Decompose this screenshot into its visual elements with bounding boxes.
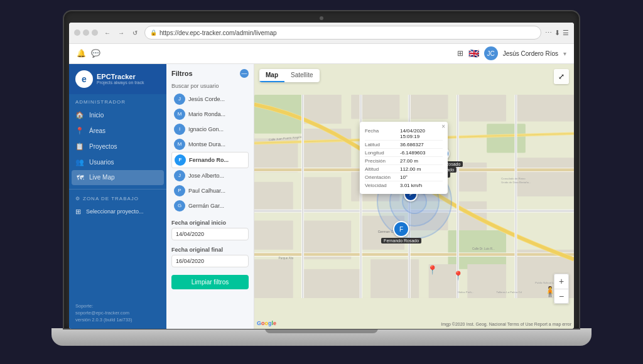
user-avatar-3: M — [174, 139, 185, 150]
sidebar-item-inicio[interactable]: 🏠 Inicio — [69, 107, 166, 123]
date-end-input[interactable]: 16/04/2020 — [171, 255, 249, 267]
laptop-camera — [320, 16, 323, 20]
user-item-5[interactable]: J Jose Alberto... — [171, 168, 249, 183]
user-list: J Jesús Corde... M Mario Ronda... I Igna… — [171, 92, 249, 213]
back-button[interactable]: ← — [102, 27, 113, 38]
date-start-input[interactable]: 14/04/2020 — [171, 228, 249, 240]
tooltip-key-prec: Precisión — [365, 158, 397, 164]
map-fullscreen-button[interactable]: ⤢ — [554, 69, 569, 84]
version-label: versión 2.0.3 (build 1ai733) — [75, 316, 160, 323]
user-avatar-1: M — [174, 109, 185, 120]
user-name: Jesús Cordero Ríos — [503, 50, 558, 57]
user-name-4: Fernando Ro... — [189, 157, 229, 163]
tooltip-row-lat: Latitud 36.686327 — [365, 141, 443, 149]
bell-icon[interactable]: 🔔 — [77, 49, 86, 58]
zona-label: ⚙ ZONA DE TRABAJO — [69, 193, 166, 204]
user-item-4[interactable]: F Fernando Ro... — [171, 152, 249, 168]
clear-filters-button[interactable]: Limpiar filtros — [171, 275, 249, 289]
browser-nav: ← → ↺ — [102, 27, 141, 38]
app-body: e EPCTracker Projects always on track AD… — [69, 64, 574, 329]
laptop-shell: ← → ↺ 🔒 https://dev.epc-tracker.com/admi… — [51, 11, 592, 353]
zoom-out-button[interactable]: − — [554, 289, 569, 304]
tab-satellite[interactable]: Satellite — [284, 69, 320, 82]
support-email: soporte@epc-tracker.com — [75, 309, 160, 316]
zoom-controls: + − — [554, 274, 569, 304]
zoom-in-button[interactable]: + — [554, 274, 569, 289]
marker-fernando-main[interactable]: F Fernando Rosado — [381, 221, 421, 244]
tooltip-val-lat: 36.686327 — [400, 142, 424, 147]
google-logo: Google — [257, 320, 276, 326]
tooltip-val-alt: 112.00 m — [400, 166, 421, 172]
browser-actions: ⋯ ⬇ ☰ — [545, 29, 569, 37]
sidebar-item-usuarios[interactable]: 👥 Usuarios — [69, 154, 166, 170]
settings-icon: ⚙ — [75, 196, 80, 201]
user-item-6[interactable]: P Paul Calhuar... — [171, 183, 249, 198]
extension-icon[interactable]: ⬇ — [554, 29, 560, 37]
menu-icon[interactable]: ☰ — [563, 29, 569, 37]
user-chevron[interactable]: ▾ — [563, 50, 566, 57]
user-item-1[interactable]: M Mario Ronda... — [171, 107, 249, 122]
sidebar-item-livemap[interactable]: 🗺 Live Map — [72, 170, 164, 185]
bookmark-icon[interactable]: ⋯ — [545, 29, 552, 37]
forward-button[interactable]: → — [116, 27, 127, 38]
address-bar[interactable]: 🔒 https://dev.epc-tracker.com/admin/live… — [144, 26, 541, 40]
pin-2[interactable]: 📍 — [453, 270, 463, 281]
map-copyright: Imgp ©2020 Inst. Geog. Nacional Terms of… — [441, 322, 571, 326]
filters-title: Filtros — [171, 70, 193, 77]
filters-close-button[interactable]: — — [240, 69, 249, 78]
user-item-3[interactable]: M Montse Dura... — [171, 137, 249, 152]
tooltip-row-ori: Orientación 10° — [365, 173, 443, 181]
support-label: Soporte: — [75, 302, 160, 309]
marker-label-main: Fernando Rosado — [381, 238, 421, 244]
maximize-btn[interactable] — [92, 29, 98, 36]
tab-map[interactable]: Map — [259, 69, 284, 82]
user-name-2: Ignacio Gon... — [188, 126, 224, 132]
user-name-5: Jose Alberto... — [188, 173, 224, 179]
pin-1[interactable]: 📍 — [427, 265, 438, 275]
grid-sm-icon: ⊞ — [75, 208, 81, 216]
tooltip-row-vel: Velocidad 3.01 km/h — [365, 181, 443, 189]
user-item-7[interactable]: G Germán Gar... — [171, 198, 249, 213]
map-tooltip: × Fecha 14/04/2020 15:09:19 Latitud 36.6… — [360, 122, 448, 194]
laptop-notch — [265, 328, 378, 333]
tooltip-key-lat: Latitud — [365, 142, 397, 147]
map-background[interactable]: Calle Juan Puerto Aragón Calle Armas de.… — [254, 64, 574, 329]
sidebar-item-areas[interactable]: 📍 Áreas — [69, 123, 166, 139]
app-tagline: Projects always on track — [97, 80, 144, 85]
tooltip-val-prec: 27.00 m — [400, 158, 418, 164]
chat-icon[interactable]: 💬 — [91, 49, 100, 58]
tooltip-key-vel: Velocidad — [365, 183, 397, 188]
date-end-label: Fecha original final — [171, 247, 249, 253]
tooltip-val-fecha: 14/04/2020 15:09:19 — [400, 128, 443, 139]
sidebar-label-proyectos: Proyectos — [89, 143, 117, 150]
sidebar: e EPCTracker Projects always on track AD… — [69, 64, 166, 329]
user-name-7: Germán Gar... — [188, 203, 224, 209]
tooltip-row-lon: Longitud -6.1489603 — [365, 149, 443, 157]
tooltip-key-alt: Altitud — [365, 166, 397, 172]
tooltip-val-lon: -6.1489603 — [400, 150, 425, 156]
sidebar-label-livemap: Live Map — [89, 174, 115, 181]
minimize-btn[interactable] — [83, 29, 89, 36]
tooltip-close-button[interactable]: × — [441, 124, 445, 130]
reload-button[interactable]: ↺ — [129, 27, 141, 38]
map-markers: F F F F Fernando Rosado — [254, 64, 574, 329]
home-icon: 🏠 — [75, 111, 84, 119]
logo-text: EPCTracker Projects always on track — [97, 73, 144, 85]
user-avatar-2: I — [174, 124, 185, 135]
sidebar-logo: e EPCTracker Projects always on track — [69, 64, 166, 94]
grid-icon[interactable]: ⊞ — [457, 49, 463, 58]
url-text: https://dev.epc-tracker.com/admin/livema… — [159, 29, 277, 36]
user-item-2[interactable]: I Ignacio Gon... — [171, 122, 249, 137]
projects-icon: 📋 — [75, 142, 84, 151]
sidebar-item-proyectos[interactable]: 📋 Proyectos — [69, 139, 166, 154]
tooltip-key-ori: Orientación — [365, 174, 397, 180]
sidebar-item-proyecto[interactable]: ⊞ Seleccionar proyecto... — [69, 204, 166, 220]
sidebar-divider — [69, 189, 166, 190]
sidebar-label-inicio: Inicio — [89, 112, 104, 119]
close-btn[interactable] — [74, 29, 80, 36]
map-area: Map Satellite ⤢ — [254, 64, 574, 329]
user-item-0[interactable]: J Jesús Corde... — [171, 92, 249, 107]
location-icon: 📍 — [75, 127, 84, 135]
user-avatar[interactable]: JC — [484, 46, 498, 60]
tooltip-row-fecha: Fecha 14/04/2020 15:09:19 — [365, 127, 443, 141]
